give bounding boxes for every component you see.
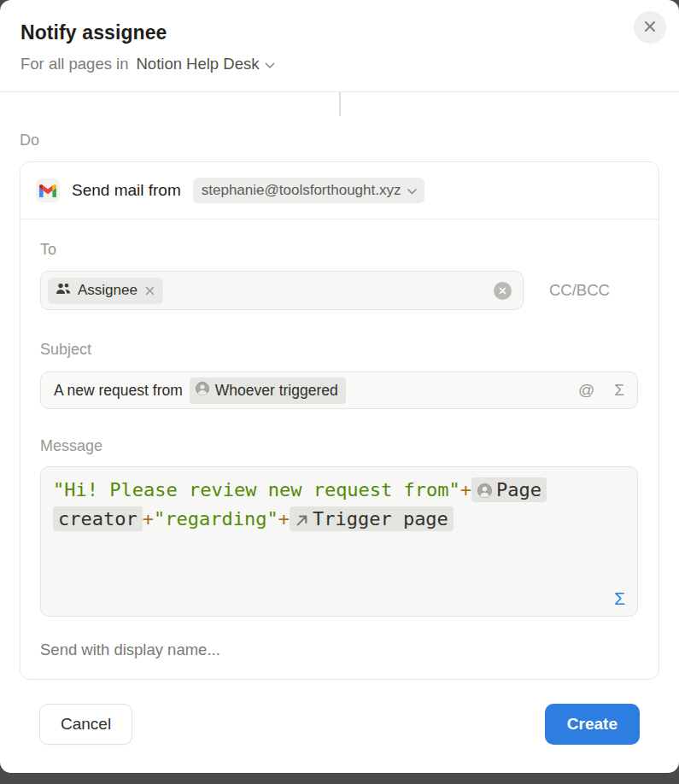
- recipient-chip[interactable]: Assignee: [48, 278, 163, 304]
- dialog-content: Do Send mail from stephanie@toolsforthou…: [0, 132, 679, 745]
- ccbcc-toggle[interactable]: CC/BCC: [549, 281, 610, 300]
- mention-icon[interactable]: @: [578, 381, 594, 400]
- person-circle-icon: [195, 381, 210, 401]
- from-account-value: stephanie@toolsforthought.xyz: [202, 182, 401, 199]
- subject-field-label: Subject: [40, 341, 639, 359]
- dialog-header: Notify assignee For all pages in Notion …: [0, 0, 679, 73]
- trigger-page-label: Trigger page: [313, 508, 448, 529]
- send-mail-action-card: Send mail from stephanie@toolsforthought…: [20, 161, 659, 680]
- clear-icon: [499, 284, 506, 297]
- formula-string: "regarding": [154, 508, 278, 529]
- action-card-body: To Assignee: [20, 241, 659, 679]
- chevron-down-icon: [265, 55, 275, 73]
- notify-assignee-dialog: Notify assignee For all pages in Notion …: [0, 0, 679, 773]
- formula-content: "Hi! Please review new request from"+Pag…: [53, 476, 625, 534]
- remove-recipient-icon[interactable]: [144, 285, 155, 296]
- subject-text: A new request from: [54, 382, 183, 400]
- close-icon: [643, 20, 657, 36]
- subject-field-icons: @ Σ: [578, 381, 624, 400]
- formula-operator: +: [143, 508, 154, 529]
- scope-value-label: Notion Help Desk: [136, 55, 259, 73]
- display-name-option[interactable]: Send with display name...: [40, 641, 639, 659]
- cancel-button[interactable]: Cancel: [39, 704, 132, 745]
- whoever-triggered-token[interactable]: Whoever triggered: [190, 377, 346, 404]
- person-circle-icon: [477, 483, 493, 499]
- formula-operator: +: [278, 508, 290, 529]
- to-input[interactable]: Assignee: [40, 271, 524, 310]
- close-button[interactable]: [634, 11, 666, 44]
- gmail-icon: [36, 178, 60, 202]
- trigger-page-token[interactable]: Trigger page: [290, 506, 454, 531]
- clear-to-field-button[interactable]: [494, 282, 512, 300]
- whoever-triggered-label: Whoever triggered: [215, 382, 338, 400]
- dialog-subtitle: For all pages in Notion Help Desk: [20, 55, 659, 73]
- to-field-label: To: [40, 241, 639, 259]
- page-title: Notify assignee: [20, 21, 659, 44]
- recipient-chip-label: Assignee: [78, 282, 138, 299]
- do-section-label: Do: [20, 132, 659, 149]
- chevron-down-icon: [407, 182, 417, 199]
- message-editor[interactable]: "Hi! Please review new request from"+Pag…: [40, 466, 638, 617]
- scope-dropdown[interactable]: Notion Help Desk: [136, 55, 275, 73]
- formula-operator: +: [460, 479, 471, 500]
- create-button[interactable]: Create: [545, 704, 640, 745]
- people-icon: [56, 282, 71, 299]
- formula-icon[interactable]: Σ: [614, 588, 625, 609]
- arrow-up-right-icon: [295, 513, 309, 528]
- dialog-footer: Cancel Create: [20, 704, 659, 745]
- action-label: Send mail from: [72, 181, 181, 200]
- message-field-label: Message: [40, 437, 639, 455]
- trigger-action-connector: [339, 92, 341, 116]
- action-card-header: Send mail from stephanie@toolsforthought…: [20, 162, 659, 219]
- to-row: Assignee CC/BCC: [40, 271, 639, 310]
- from-account-dropdown[interactable]: stephanie@toolsforthought.xyz: [193, 178, 425, 203]
- scope-prefix-label: For all pages in: [20, 55, 128, 73]
- formula-string: "Hi! Please review new request from": [53, 479, 460, 500]
- formula-icon[interactable]: Σ: [614, 381, 624, 400]
- subject-input[interactable]: A new request from Whoever triggered: [40, 372, 638, 409]
